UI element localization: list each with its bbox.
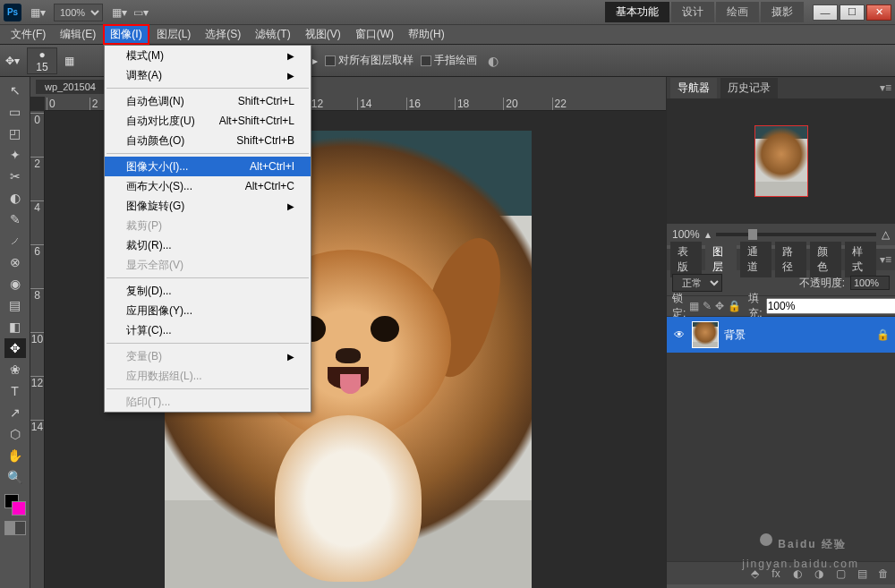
workspace-tab-design[interactable]: 设计: [671, 2, 714, 22]
marquee-tool-icon[interactable]: ▭: [4, 102, 26, 122]
sample-all-layers-checkbox[interactable]: 对所有图层取样: [325, 53, 413, 68]
navigator-preview[interactable]: [667, 98, 895, 224]
zoom-tool-icon[interactable]: 🔍: [4, 467, 26, 487]
lock-pixels-icon[interactable]: ✎: [703, 298, 712, 314]
menu-item[interactable]: 裁切(R)...: [105, 235, 311, 255]
tool-preset-icon[interactable]: ✥▾: [5, 55, 20, 67]
view-grid-icon[interactable]: ▦▾: [109, 4, 129, 21]
image-menu-dropdown: 模式(M)▶调整(A)▶自动色调(N)Shift+Ctrl+L自动对比度(U)A…: [104, 45, 311, 413]
quick-mask-icon[interactable]: [4, 521, 26, 535]
lock-transparent-icon[interactable]: ▦: [689, 298, 699, 314]
tablet-pressure-icon[interactable]: ◐: [488, 54, 499, 68]
layer-row[interactable]: 👁 背景 🔒: [667, 317, 895, 353]
paw-icon: [754, 524, 778, 548]
zoom-in-icon[interactable]: △: [882, 228, 890, 241]
wand-tool-icon[interactable]: ✦: [4, 145, 26, 165]
smudge-tool-icon[interactable]: ✥: [4, 338, 26, 358]
panel-menu-icon[interactable]: ▾≡: [880, 81, 891, 94]
menu-item[interactable]: 画布大小(S)...Alt+Ctrl+C: [105, 176, 311, 196]
menu-item: 裁剪(P): [105, 216, 311, 235]
screen-mode-icon[interactable]: ▭▾: [131, 4, 150, 21]
menu-layer[interactable]: 图层(L): [149, 24, 199, 45]
menu-item[interactable]: 自动颜色(O)Shift+Ctrl+B: [105, 131, 311, 150]
toolbox: ↖ ▭ ◰ ✦ ✂ ◐ ✎ ⟋ ⊗ ◉ ▤ ◧ ✥ ❀ T ↗ ⬡ ✋ 🔍: [0, 77, 30, 588]
watermark: Baidu 经验 jingyan.baidu.com: [742, 524, 859, 570]
shape-tool-icon[interactable]: ⬡: [4, 424, 26, 444]
type-tool-icon[interactable]: T: [4, 381, 26, 401]
dodge-tool-icon[interactable]: ❀: [4, 360, 26, 379]
navigator-zoom-slider[interactable]: [716, 233, 876, 236]
window-controls: — ☐ ✕: [811, 4, 891, 21]
chevron-down-icon[interactable]: ▸: [312, 55, 318, 67]
opacity-label: 不透明度:: [799, 276, 845, 291]
menu-select[interactable]: 选择(S): [198, 24, 248, 45]
brush-panel-icon[interactable]: ▦: [64, 55, 74, 67]
opacity-input[interactable]: [850, 276, 890, 290]
workspace-tab-painting[interactable]: 绘画: [716, 2, 759, 22]
menu-view[interactable]: 视图(V): [298, 24, 348, 45]
delete-layer-icon[interactable]: 🗑: [875, 566, 891, 582]
crop-tool-icon[interactable]: ✂: [4, 166, 26, 186]
zoom-select[interactable]: 100%: [54, 4, 103, 21]
menu-item: 应用数据组(L)...: [105, 366, 311, 386]
close-button[interactable]: ✕: [866, 4, 891, 21]
menu-help[interactable]: 帮助(H): [401, 24, 452, 45]
layer-name[interactable]: 背景: [724, 328, 746, 343]
mru-dropdown[interactable]: ▦▾: [28, 4, 47, 21]
menu-edit[interactable]: 编辑(E): [53, 24, 103, 45]
menu-item[interactable]: 模式(M)▶: [105, 46, 311, 65]
menu-item[interactable]: 自动色调(N)Shift+Ctrl+L: [105, 91, 311, 111]
layers-panel-menu-icon[interactable]: ▾≡: [880, 253, 891, 266]
history-tab[interactable]: 历史记录: [720, 78, 778, 98]
hand-tool-icon[interactable]: ✋: [4, 446, 26, 465]
panels: 导航器 历史记录 ▾≡ 100% ▴ △ 表版 图层 通道 路径 颜色 样式 ▾…: [666, 77, 895, 588]
navigator-panel: 导航器 历史记录 ▾≡ 100% ▴ △: [667, 77, 895, 245]
brush-tool-icon[interactable]: ✎: [4, 209, 26, 229]
color-swatch[interactable]: [4, 494, 26, 516]
menu-item[interactable]: 调整(A)▶: [105, 65, 311, 85]
menubar: 文件(F) 编辑(E) 图像(I) 图层(L) 选择(S) 滤镜(T) 视图(V…: [0, 25, 895, 45]
menu-filter[interactable]: 滤镜(T): [248, 24, 297, 45]
menu-item[interactable]: 图像旋转(G)▶: [105, 196, 311, 216]
menu-item[interactable]: 自动对比度(U)Alt+Shift+Ctrl+L: [105, 111, 311, 131]
menu-item[interactable]: 计算(C)...: [105, 320, 311, 340]
workspace-tab-photography[interactable]: 摄影: [761, 2, 804, 22]
pencil-tool-icon[interactable]: ⟋: [4, 231, 26, 251]
lock-position-icon[interactable]: ✥: [715, 298, 724, 314]
stamp-tool-icon[interactable]: ⊗: [4, 252, 26, 272]
minimize-button[interactable]: —: [813, 4, 838, 21]
path-tool-icon[interactable]: ↗: [4, 403, 26, 422]
eraser-tool-icon[interactable]: ▤: [4, 295, 26, 315]
menu-item[interactable]: 复制(D)...: [105, 281, 311, 301]
brush-preset-picker[interactable]: ●15: [27, 47, 57, 74]
menu-item[interactable]: 应用图像(Y)...: [105, 301, 311, 320]
menu-item: 显示全部(V): [105, 255, 311, 275]
fill-input[interactable]: [766, 298, 895, 314]
history-brush-tool-icon[interactable]: ◉: [4, 274, 26, 294]
menu-item: 变量(B)▶: [105, 346, 311, 366]
menu-image[interactable]: 图像(I): [103, 24, 149, 45]
document-tab[interactable]: wp_201504: [36, 80, 105, 94]
menu-item[interactable]: 图像大小(I)...Alt+Ctrl+I: [105, 157, 311, 176]
finger-painting-checkbox[interactable]: 手指绘画: [421, 53, 477, 68]
title-bar: Ps ▦▾ 100% ▦▾ ▭▾ 基本功能 设计 绘画 摄影 — ☐ ✕: [0, 0, 895, 25]
layer-thumbnail[interactable]: [692, 321, 719, 348]
navigator-tab[interactable]: 导航器: [670, 78, 717, 98]
move-tool-icon[interactable]: ↖: [4, 81, 26, 100]
menu-window[interactable]: 窗口(W): [348, 24, 401, 45]
maximize-button[interactable]: ☐: [840, 4, 865, 21]
workspace-tab-essentials[interactable]: 基本功能: [605, 2, 669, 22]
lasso-tool-icon[interactable]: ◰: [4, 124, 26, 143]
menu-item: 陷印(T)...: [105, 392, 311, 412]
workspace-switcher: 基本功能 设计 绘画 摄影: [605, 2, 804, 22]
photoshop-logo-icon: Ps: [4, 4, 21, 21]
blend-mode-select[interactable]: 正常: [672, 274, 722, 292]
gradient-tool-icon[interactable]: ◧: [4, 317, 26, 337]
menu-file[interactable]: 文件(F): [4, 24, 53, 45]
lock-icon: 🔒: [876, 328, 890, 341]
eyedropper-tool-icon[interactable]: ◐: [4, 188, 26, 208]
visibility-icon[interactable]: 👁: [672, 328, 686, 341]
zoom-out-icon[interactable]: ▴: [705, 228, 711, 241]
vertical-ruler: 02468101214: [30, 111, 45, 588]
lock-all-icon[interactable]: 🔒: [728, 298, 741, 314]
